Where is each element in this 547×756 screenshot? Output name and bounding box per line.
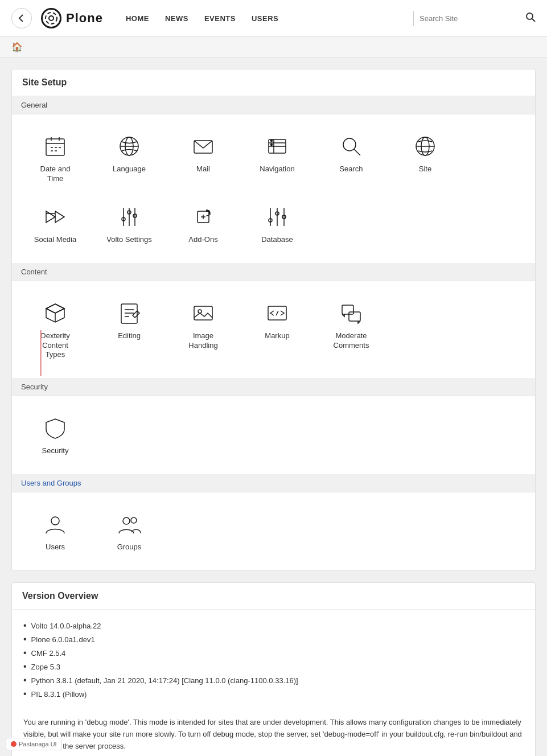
svg-line-24	[354, 149, 360, 155]
add-ons-label: Add-Ons	[188, 235, 217, 245]
search-icon-button[interactable]	[525, 12, 536, 24]
logo-icon	[41, 8, 61, 28]
add-ons-item[interactable]: Add-Ons	[169, 196, 237, 252]
image-handling-icon	[190, 299, 217, 327]
version-item: Volto 14.0.0-alpha.22	[23, 619, 524, 632]
database-item[interactable]: Database	[243, 196, 311, 252]
version-item: Python 3.8.1 (default, Jan 21 2020, 14:1…	[23, 673, 524, 687]
social-media-icon	[42, 203, 69, 231]
version-item: PIL 8.3.1 (Pillow)	[23, 687, 524, 701]
image-handling-label: ImageHandling	[188, 331, 217, 351]
volto-settings-label: Volto Settings	[106, 235, 152, 245]
svg-point-23	[343, 138, 356, 151]
volto-settings-item[interactable]: Volto Settings	[95, 196, 163, 252]
mail-label: Mail	[196, 165, 210, 174]
users-label: Users	[46, 543, 65, 552]
breadcrumb: 🏠	[0, 37, 547, 57]
svg-line-3	[532, 19, 535, 22]
moderate-comments-label: ModerateComments	[334, 331, 369, 351]
logo-text: Plone	[66, 11, 103, 26]
search-area	[413, 11, 536, 26]
mail-icon	[190, 133, 217, 160]
database-label: Database	[261, 235, 293, 245]
security-section-header: Security	[12, 378, 535, 396]
social-media-item[interactable]: Social Media	[21, 196, 89, 252]
svg-line-50	[55, 309, 64, 313]
image-handling-item[interactable]: ImageHandling	[169, 293, 237, 367]
security-items-grid: Security	[12, 396, 535, 474]
svg-point-63	[131, 517, 137, 523]
site-label: Site	[419, 165, 431, 174]
users-item[interactable]: Users	[21, 504, 89, 559]
editing-item[interactable]: Editing	[95, 293, 163, 367]
dexterity-label: DexterityContentTypes	[40, 331, 69, 360]
svg-marker-29	[55, 211, 64, 223]
content-section-header: Content	[12, 263, 535, 281]
divider-line	[40, 330, 42, 376]
markup-item[interactable]: Markup	[243, 293, 311, 367]
mail-item[interactable]: Mail	[169, 126, 237, 191]
svg-line-49	[46, 309, 55, 313]
security-icon	[42, 414, 69, 442]
pastanaga-label: Pastanaga UI	[19, 741, 57, 747]
dexterity-icon	[42, 299, 69, 327]
site-setup-title: Site Setup	[12, 69, 535, 96]
svg-rect-55	[194, 306, 212, 320]
users-groups-items-grid: Users Groups	[12, 492, 535, 570]
svg-point-21	[271, 140, 273, 142]
language-icon	[116, 133, 143, 160]
svg-point-0	[49, 16, 54, 20]
svg-point-62	[123, 517, 130, 524]
version-overview-card: Version Overview Volto 14.0.0-alpha.22 P…	[11, 582, 536, 756]
back-button[interactable]	[11, 8, 32, 28]
content-items-grid: DexterityContentTypes Editing	[12, 281, 535, 379]
search-input[interactable]	[413, 11, 521, 26]
security-item[interactable]: Security	[21, 408, 89, 463]
date-time-label: Date andTime	[40, 165, 71, 184]
language-item[interactable]: Language	[95, 126, 163, 191]
search-label: Search	[339, 165, 363, 174]
groups-label: Groups	[117, 543, 142, 552]
logo[interactable]: Plone	[41, 8, 103, 28]
moderate-comments-item[interactable]: ModerateComments	[317, 293, 385, 367]
navigation-label: Navigation	[260, 165, 294, 174]
svg-rect-59	[342, 305, 353, 314]
groups-item[interactable]: Groups	[95, 504, 163, 559]
svg-point-22	[271, 144, 273, 146]
version-item: Plone 6.0.0a1.dev1	[23, 632, 524, 646]
social-media-label: Social Media	[34, 235, 76, 245]
svg-point-61	[51, 517, 59, 525]
moderate-comments-icon	[338, 299, 365, 327]
svg-rect-60	[349, 312, 360, 321]
version-list: Volto 14.0.0-alpha.22 Plone 6.0.0a1.dev1…	[12, 610, 535, 710]
version-item: Zope 5.3	[23, 660, 524, 673]
nav-news[interactable]: NEWS	[165, 14, 188, 23]
svg-line-58	[276, 311, 278, 315]
debug-note: You are running in 'debug mode'. This mo…	[12, 710, 535, 756]
users-groups-section-header: Users and Groups	[12, 474, 535, 492]
dexterity-content-types-item[interactable]: DexterityContentTypes	[21, 293, 89, 367]
pastanaga-badge: Pastanaga UI	[6, 738, 62, 750]
nav-events[interactable]: EVENTS	[204, 14, 236, 23]
security-label: Security	[42, 446, 69, 456]
svg-point-2	[527, 13, 533, 19]
users-icon	[42, 511, 69, 538]
header: Plone HOME NEWS EVENTS USERS	[0, 0, 547, 37]
site-icon	[412, 133, 439, 160]
main-nav: HOME NEWS EVENTS USERS	[126, 14, 413, 23]
nav-home[interactable]: HOME	[126, 14, 149, 23]
svg-point-1	[46, 13, 57, 24]
site-item[interactable]: Site	[391, 126, 459, 191]
date-time-item[interactable]: Date andTime	[21, 126, 89, 191]
editing-icon	[116, 299, 143, 327]
version-item: CMF 2.5.4	[23, 646, 524, 660]
search-item[interactable]: Search	[317, 126, 385, 191]
version-overview-title: Version Overview	[12, 583, 535, 610]
nav-users[interactable]: USERS	[252, 14, 278, 23]
search-icon	[338, 133, 365, 160]
markup-icon	[264, 299, 291, 327]
editing-label: Editing	[118, 331, 141, 341]
navigation-item[interactable]: Navigation	[243, 126, 311, 191]
home-icon[interactable]: 🏠	[11, 42, 23, 52]
svg-marker-28	[46, 211, 55, 223]
